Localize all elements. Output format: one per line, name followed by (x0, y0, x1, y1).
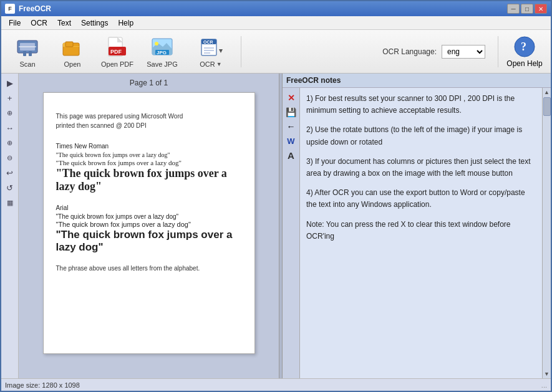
times-section: Times New Roman "The quick brown fox jum… (56, 143, 242, 193)
ocr-scrollbar[interactable]: ▲ ▼ (542, 88, 551, 378)
ocr-text-area[interactable]: 1) For best results set your scanner to … (300, 88, 542, 378)
svg-text:PDF: PDF (110, 49, 122, 55)
ocr-lang-label: OCR Language: (382, 47, 437, 56)
svg-text:JPG: JPG (157, 50, 167, 55)
arial-text-md: "The quick brown fox jumps over a lazy d… (56, 221, 242, 228)
menu-ocr[interactable]: OCR (26, 17, 52, 29)
left-btn-zoom-out[interactable]: ⊖ (3, 151, 17, 165)
ocr-note2: 2) Use the rotate buttons (to the left o… (306, 124, 536, 148)
left-btn-rotate-left[interactable]: ↩ (3, 166, 17, 179)
arial-section: Arial "The quick brown fox jumps over a … (56, 204, 242, 254)
window-title: FreeOCR (19, 4, 51, 13)
scan-icon (16, 36, 39, 59)
open-pdf-button[interactable]: PDF Open PDF (96, 34, 138, 70)
open-help-button[interactable]: ? Open Help (503, 34, 546, 70)
scroll-thumb[interactable] (543, 97, 551, 116)
save-jpg-label: Save JPG (147, 60, 178, 68)
maximize-button[interactable]: □ (521, 4, 533, 14)
toolbar-separator-2 (498, 36, 498, 67)
svg-rect-7 (65, 42, 73, 47)
title-controls: ─ □ ✕ (507, 4, 547, 14)
svg-marker-24 (219, 49, 223, 53)
left-btn-rotate-right[interactable]: ↺ (3, 181, 17, 194)
ocr-side-icons: ✕ 💾 ← W A (283, 88, 300, 378)
arial-text-sm: "The quick brown fox jumps over a lazy d… (56, 213, 242, 220)
left-btn-play[interactable]: ▶ (3, 76, 17, 90)
scroll-track (543, 117, 551, 370)
ocr-note3: 3) If your document has columns or pictu… (306, 156, 536, 179)
main-content: ▶ + ⊕ ↔ ⊕ ⊖ ↩ ↺ ▦ Page 1 of 1 This page … (1, 74, 551, 378)
ocr-language-select[interactable]: eng (442, 45, 485, 59)
ocr-panel-header: FreeOCR notes (283, 74, 551, 88)
scroll-up-arrow[interactable]: ▲ (543, 88, 551, 97)
svg-rect-3 (29, 51, 32, 56)
status-dots: ... (541, 381, 547, 389)
intro-line2: printed then scanned @ 200 DPI (56, 121, 242, 130)
menu-text[interactable]: Text (52, 17, 76, 29)
toolbar: Scan Open PDF (1, 30, 551, 74)
scan-button[interactable]: Scan (6, 34, 49, 70)
times-font-label: Times New Roman (56, 143, 242, 150)
page-footer: The phrase above uses all letters from t… (56, 265, 242, 272)
app-icon: F (5, 4, 15, 14)
left-btn-resize[interactable]: ↔ (3, 121, 17, 135)
arial-font-label: Arial (56, 204, 242, 211)
ocr-icon: OCR (199, 36, 223, 59)
status-text: Image size: 1280 x 1098 (5, 381, 541, 389)
left-toolbar: ▶ + ⊕ ↔ ⊕ ⊖ ↩ ↺ ▦ (1, 74, 19, 378)
ocr-back-icon[interactable]: ← (285, 120, 298, 133)
left-btn-add[interactable]: + (3, 91, 17, 105)
times-text-sm: "The quick brown fox jumps over a lazy d… (56, 151, 242, 158)
arial-text-lg: "The quick brown fox jumps over a lazy d… (56, 229, 242, 254)
page-content: This page was prepared using Microsoft W… (43, 92, 255, 354)
minimize-button[interactable]: ─ (507, 4, 520, 14)
ocr-dropdown-arrow: ▼ (216, 61, 222, 67)
save-jpg-button[interactable]: JPG Save JPG (141, 34, 183, 70)
scroll-down-arrow[interactable]: ▼ (543, 370, 551, 378)
ocr-font-icon[interactable]: A (285, 149, 298, 161)
help-icon: ? (513, 36, 536, 58)
page-label: Page 1 of 1 (24, 79, 274, 87)
ocr-word-icon[interactable]: W (285, 135, 298, 147)
left-btn-grid[interactable]: ▦ (3, 196, 17, 209)
main-window: F FreeOCR ─ □ ✕ File OCR Text Settings H… (0, 0, 552, 392)
menu-bar: File OCR Text Settings Help (1, 16, 551, 30)
ocr-language-area: OCR Language: eng (382, 45, 485, 59)
times-text-md: "The quick brown fox jumps over a lazy d… (56, 159, 242, 166)
ocr-panel: FreeOCR notes ✕ 💾 ← W A 1) For best resu… (283, 74, 551, 378)
ocr-note5: Note: You can press the red X to clear t… (306, 219, 536, 242)
toolbar-separator (241, 36, 241, 67)
left-btn-zoom-in[interactable]: ⊕ (3, 136, 17, 150)
left-btn-zoom-fit[interactable]: ⊕ (3, 106, 17, 120)
open-button[interactable]: Open (51, 34, 94, 70)
open-icon (61, 36, 84, 59)
status-bar: Image size: 1280 x 1098 ... (1, 378, 551, 391)
open-pdf-label: Open PDF (101, 60, 133, 68)
scan-label: Scan (19, 60, 35, 68)
image-panel: Page 1 of 1 This page was prepared using… (19, 74, 279, 378)
menu-file[interactable]: File (4, 17, 26, 29)
ocr-panel-body: ✕ 💾 ← W A 1) For best results set your s… (283, 88, 551, 378)
times-text-lg: "The quick brown fox jumps over a lazy d… (56, 167, 242, 193)
menu-settings[interactable]: Settings (76, 17, 113, 29)
svg-text:?: ? (521, 41, 526, 53)
pdf-icon: PDF (105, 36, 129, 59)
title-bar: F FreeOCR ─ □ ✕ (1, 1, 551, 16)
ocr-button[interactable]: OCR OCR ▼ (186, 34, 236, 70)
menu-help[interactable]: Help (113, 17, 138, 29)
close-button[interactable]: ✕ (535, 4, 547, 14)
open-label: Open (64, 60, 81, 68)
ocr-save-icon[interactable]: 💾 (285, 106, 298, 118)
svg-text:OCR: OCR (203, 40, 213, 44)
title-bar-text: F FreeOCR (5, 4, 51, 14)
jpg-icon: JPG (150, 36, 174, 59)
ocr-clear-icon[interactable]: ✕ (285, 92, 298, 104)
ocr-label: OCR (200, 60, 215, 68)
intro-text: This page was prepared using Microsoft W… (56, 112, 242, 130)
ocr-note4: 4) After OCR you can use the export butt… (306, 187, 536, 211)
ocr-panel-title: FreeOCR notes (286, 76, 341, 85)
svg-point-15 (155, 42, 158, 45)
ocr-note1: 1) For best results set your scanner to … (306, 93, 536, 117)
intro-line1: This page was prepared using Microsoft W… (56, 112, 242, 121)
open-help-label: Open Help (506, 59, 542, 68)
